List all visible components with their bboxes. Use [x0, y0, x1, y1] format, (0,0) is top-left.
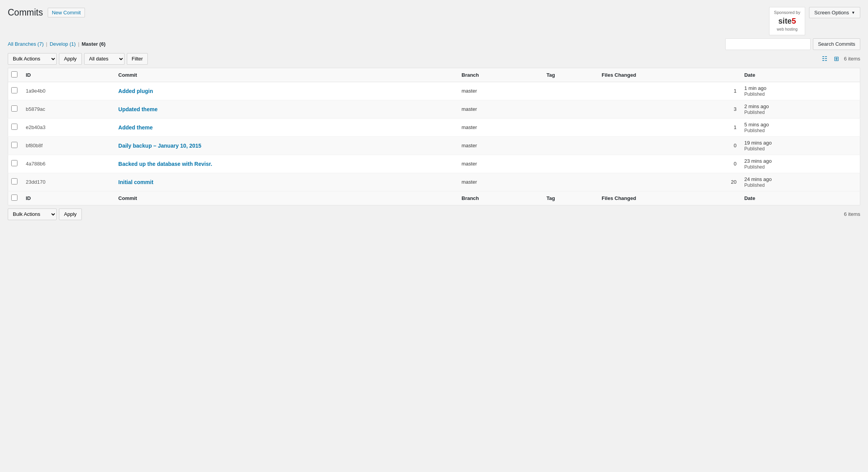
tf-checkbox: [8, 191, 22, 205]
row-checkbox[interactable]: [11, 160, 17, 166]
row-commit: Daily backup – January 10, 2015: [114, 136, 458, 155]
table-row: 23dd170 Initial commit master 20 24 mins…: [8, 173, 860, 191]
th-commit: Commit: [114, 68, 458, 82]
row-date-status: Published: [744, 110, 765, 115]
new-commit-button[interactable]: New Commit: [48, 8, 85, 17]
row-files-changed: 1: [598, 118, 740, 136]
row-branch: master: [458, 173, 543, 191]
tf-col-id-label: ID: [26, 195, 31, 201]
row-checkbox-cell: [8, 155, 22, 173]
master-count: 6: [101, 41, 104, 47]
row-date-main: 23 mins ago: [744, 158, 772, 164]
table-foot: ID Commit Branch Tag Files Changed Date: [8, 191, 860, 205]
screen-options-label: Screen Options: [814, 10, 849, 16]
grid-view-button[interactable]: ⊞: [831, 54, 842, 64]
items-count-top: 6 items: [844, 56, 860, 62]
commit-link[interactable]: Backed up the database with Revisr.: [118, 161, 212, 167]
row-tag: [543, 155, 598, 173]
row-commit: Added theme: [114, 118, 458, 136]
develop-label: Develop: [50, 41, 68, 47]
col-branch-label: Branch: [462, 72, 479, 78]
row-checkbox-cell: [8, 82, 22, 100]
table-row: 4a788b6 Backed up the database with Revi…: [8, 155, 860, 173]
all-branches-filter[interactable]: All Branches (7): [8, 41, 44, 47]
tf-col-branch-label: Branch: [462, 195, 479, 201]
row-date: 24 mins ago Published: [740, 173, 860, 191]
row-tag: [543, 173, 598, 191]
tf-col-tag-label: Tag: [546, 195, 555, 201]
row-checkbox-cell: [8, 136, 22, 155]
apply-button-top[interactable]: Apply: [59, 53, 82, 65]
commit-link[interactable]: Added plugin: [118, 88, 153, 94]
tf-branch: Branch: [458, 191, 543, 205]
select-all-checkbox-bottom[interactable]: [11, 195, 17, 201]
row-id: bf80b8f: [22, 136, 115, 155]
commit-link[interactable]: Updated theme: [118, 106, 157, 112]
select-all-checkbox-top[interactable]: [11, 71, 17, 78]
row-checkbox-cell: [8, 173, 22, 191]
sep-1: |: [46, 41, 47, 47]
tf-tag: Tag: [543, 191, 598, 205]
sponsored-by-text: Sponsored by: [774, 10, 801, 15]
row-branch: master: [458, 136, 543, 155]
header-right: Sponsored by site5 web hosting Screen Op…: [769, 7, 860, 35]
row-id: 23dd170: [22, 173, 115, 191]
row-files-changed: 20: [598, 173, 740, 191]
table-row: e2b40a3 Added theme master 1 5 mins ago …: [8, 118, 860, 136]
sponsor-logo-number: 5: [792, 17, 796, 25]
commit-link[interactable]: Added theme: [118, 124, 153, 131]
dates-filter-select[interactable]: All dates: [84, 53, 124, 65]
row-checkbox-cell: [8, 118, 22, 136]
apply-button-bottom[interactable]: Apply: [59, 208, 82, 220]
row-files-changed: 1: [598, 82, 740, 100]
bulk-actions-select-bottom[interactable]: Bulk Actions: [8, 208, 57, 220]
th-tag: Tag: [543, 68, 598, 82]
filter-button[interactable]: Filter: [127, 53, 148, 65]
search-area: Search Commits: [725, 38, 860, 50]
search-input[interactable]: [725, 38, 811, 50]
row-date: 2 mins ago Published: [740, 100, 860, 118]
commit-link[interactable]: Initial commit: [118, 179, 153, 185]
page-title-area: Commits New Commit: [8, 7, 85, 19]
table-row: 1a9e4b0 Added plugin master 1 1 min ago …: [8, 82, 860, 100]
row-id: e2b40a3: [22, 118, 115, 136]
row-branch: master: [458, 118, 543, 136]
tf-col-date-label: Date: [744, 195, 755, 201]
row-files-changed: 3: [598, 100, 740, 118]
master-filter-current: Master (6): [82, 41, 105, 47]
tf-files-changed: Files Changed: [598, 191, 740, 205]
row-branch: master: [458, 82, 543, 100]
row-checkbox[interactable]: [11, 124, 17, 130]
col-commit-label: Commit: [118, 72, 137, 78]
row-commit: Initial commit: [114, 173, 458, 191]
tablenav-right: ☷ ⊞ 6 items: [819, 54, 860, 64]
commit-link[interactable]: Daily backup – January 10, 2015: [118, 143, 201, 149]
col-date-label: Date: [744, 72, 755, 78]
row-branch: master: [458, 155, 543, 173]
page-title: Commits: [8, 7, 43, 19]
row-checkbox[interactable]: [11, 105, 17, 112]
sponsor-tagline: web hosting: [777, 27, 797, 31]
bulk-actions-select-top[interactable]: Bulk Actions: [8, 53, 57, 65]
row-checkbox[interactable]: [11, 178, 17, 184]
tf-col-commit-label: Commit: [118, 195, 137, 201]
row-date-main: 19 mins ago: [744, 140, 772, 146]
row-checkbox-cell: [8, 100, 22, 118]
row-checkbox[interactable]: [11, 87, 17, 93]
col-files-label: Files Changed: [602, 72, 636, 78]
develop-count: 1: [71, 41, 74, 47]
page-wrap: Commits New Commit Sponsored by site5 we…: [0, 0, 868, 472]
list-view-button[interactable]: ☷: [819, 54, 830, 64]
col-id-label: ID: [26, 72, 31, 78]
row-date-main: 5 mins ago: [744, 122, 769, 127]
develop-filter[interactable]: Develop (1): [50, 41, 76, 47]
th-branch: Branch: [458, 68, 543, 82]
row-files-changed: 0: [598, 155, 740, 173]
search-commits-button[interactable]: Search Commits: [813, 38, 860, 50]
table-head: ID Commit Branch Tag Files Changed Date: [8, 68, 860, 82]
subsubsub-row: All Branches (7) | Develop (1) | Master …: [0, 35, 868, 50]
main-content: ID Commit Branch Tag Files Changed Date …: [0, 68, 868, 205]
row-checkbox[interactable]: [11, 142, 17, 148]
screen-options-button[interactable]: Screen Options ▼: [809, 7, 860, 18]
table-row: bf80b8f Daily backup – January 10, 2015 …: [8, 136, 860, 155]
